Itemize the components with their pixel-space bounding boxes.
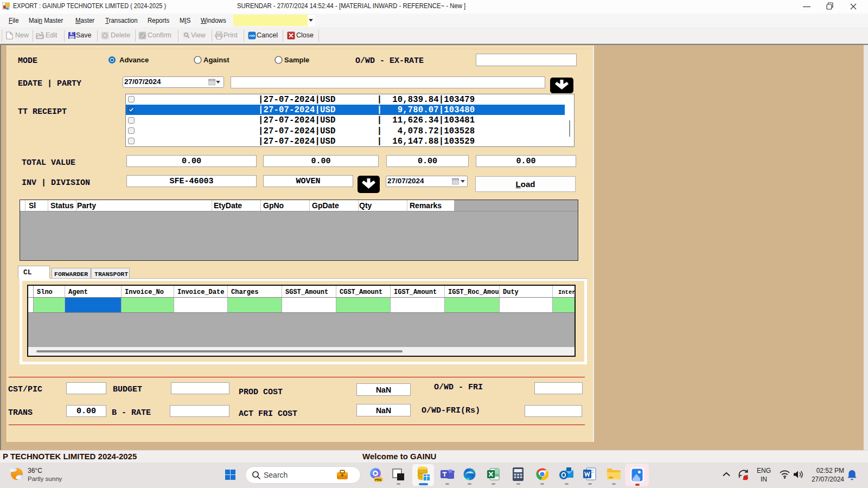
svg-text:PRE: PRE	[375, 478, 381, 481]
